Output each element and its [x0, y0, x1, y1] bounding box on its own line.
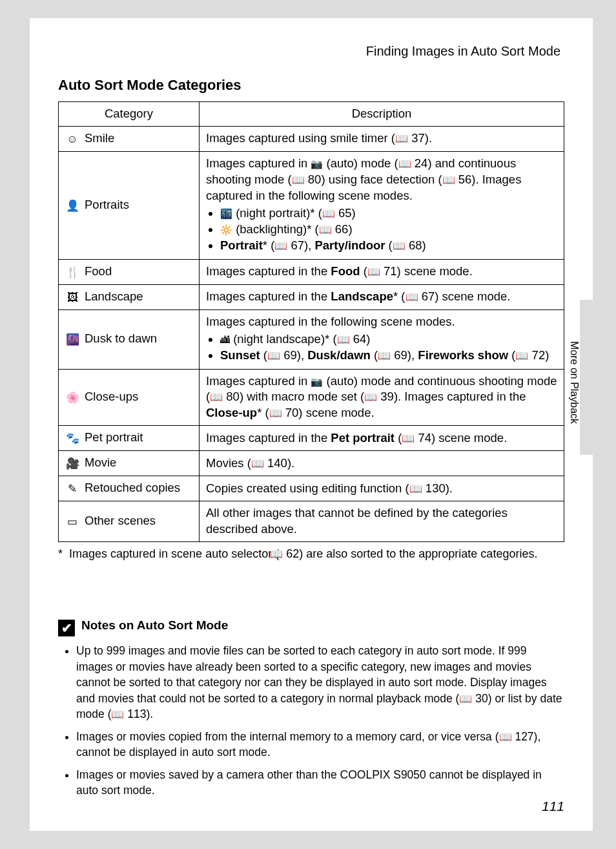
description-cell: Images captured in 📷 (auto) mode and con… — [200, 369, 564, 426]
category-cell: 🎥Movie — [59, 451, 200, 476]
notes-header: ✔Notes on Auto Sort Mode — [58, 618, 564, 636]
category-cell: 🖼Landscape — [59, 284, 200, 309]
th-category: Category — [59, 102, 200, 127]
category-cell: 🐾Pet portrait — [59, 426, 200, 451]
closeup-icon: 🌸 — [65, 391, 79, 406]
category-cell: 🌆Dusk to dawn — [59, 309, 200, 369]
table-row: 🍴FoodImages captured in the Food (📖 71) … — [59, 259, 564, 284]
category-cell: ☺Smile — [59, 126, 200, 151]
table-row: 🌆Dusk to dawnImages captured in the foll… — [59, 309, 564, 369]
table-row: 🎥MovieMovies (📖 140). — [59, 451, 564, 476]
table-row: 🌸Close-upsImages captured in 📷 (auto) mo… — [59, 369, 564, 426]
table-row: ☺SmileImages captured using smile timer … — [59, 126, 564, 151]
table-row: ▭Other scenesAll other images that canno… — [59, 501, 564, 542]
notes-title: Notes on Auto Sort Mode — [81, 618, 228, 632]
category-cell: 🍴Food — [59, 259, 200, 284]
description-cell: Images captured in the Pet portrait (📖 7… — [200, 426, 564, 451]
categories-table: Category Description ☺SmileImages captur… — [58, 101, 564, 542]
description-cell: All other images that cannot be defined … — [200, 501, 564, 542]
list-item: Images or movies copied from the interna… — [76, 729, 564, 760]
notes-list: Up to 999 images and movie files can be … — [58, 643, 564, 799]
category-cell: ▭Other scenes — [59, 501, 200, 542]
description-cell: Images captured in 📷 (auto) mode (📖 24) … — [200, 151, 564, 259]
side-tab-label: More on Playback — [568, 341, 580, 424]
other-icon: ▭ — [65, 515, 79, 530]
description-cell: Movies (📖 140). — [200, 451, 564, 476]
page-number: 111 — [542, 799, 564, 814]
side-tab — [580, 300, 597, 455]
dusk-icon: 🌆 — [65, 333, 79, 348]
description-cell: Images captured in the following scene m… — [200, 309, 564, 369]
movie-icon: 🎥 — [65, 457, 79, 472]
section-title: Auto Sort Mode Categories — [58, 77, 564, 94]
table-row: ✎Retouched copiesCopies created using ed… — [59, 476, 564, 501]
landscape-icon: 🖼 — [65, 291, 79, 306]
th-description: Description — [200, 102, 564, 127]
page-header: Finding Images in Auto Sort Mode — [58, 44, 564, 59]
portrait-icon: 👤 — [65, 199, 79, 214]
category-cell: ✎Retouched copies — [59, 476, 200, 501]
description-cell: Images captured in the Food (📖 71) scene… — [200, 259, 564, 284]
smile-icon: ☺ — [65, 132, 79, 147]
table-row: 🐾Pet portraitImages captured in the Pet … — [59, 426, 564, 451]
list-item: Images or movies saved by a camera other… — [76, 767, 564, 799]
table-footnote: * Images captured in scene auto selector… — [58, 546, 564, 561]
list-item: Up to 999 images and movie files can be … — [76, 643, 564, 722]
table-row: 🖼LandscapeImages captured in the Landsca… — [59, 284, 564, 309]
notes-block: ✔Notes on Auto Sort Mode Up to 999 image… — [58, 618, 564, 799]
check-icon: ✔ — [58, 620, 75, 636]
pet-icon: 🐾 — [65, 432, 79, 446]
retouch-icon: ✎ — [65, 482, 79, 497]
description-cell: Images captured in the Landscape* (📖 67)… — [200, 284, 564, 309]
description-cell: Images captured using smile timer (📖 37)… — [200, 126, 564, 151]
category-cell: 👤Portraits — [59, 151, 200, 259]
description-cell: Copies created using editing function (📖… — [200, 476, 564, 501]
manual-page: Finding Images in Auto Sort Mode Auto So… — [30, 18, 593, 831]
table-row: 👤PortraitsImages captured in 📷 (auto) mo… — [59, 151, 564, 259]
category-cell: 🌸Close-ups — [59, 369, 200, 426]
food-icon: 🍴 — [65, 266, 79, 280]
